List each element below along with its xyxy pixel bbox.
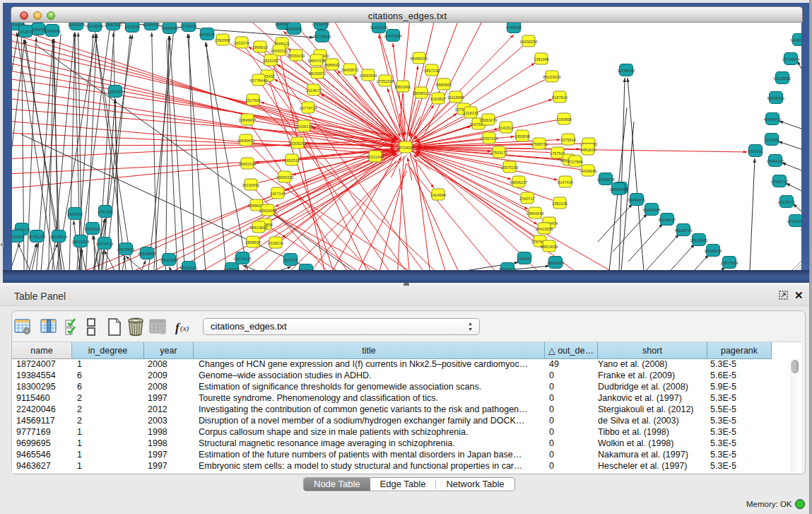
svg-text:25367415: 25367415 xyxy=(481,136,498,141)
svg-text:1575816: 1575816 xyxy=(560,138,576,142)
svg-text:1914672: 1914672 xyxy=(306,88,322,93)
svg-text:15975156: 15975156 xyxy=(501,165,519,170)
svg-text:1652510: 1652510 xyxy=(284,158,300,163)
svg-text:19405872: 19405872 xyxy=(341,68,359,72)
svg-text:22667923: 22667923 xyxy=(105,23,122,27)
svg-text:17352328: 17352328 xyxy=(377,79,394,83)
svg-text:19470969: 19470969 xyxy=(117,247,135,252)
svg-text:17460717: 17460717 xyxy=(771,180,789,184)
svg-text:19781233: 19781233 xyxy=(28,235,46,239)
svg-text:12211444: 12211444 xyxy=(367,155,384,159)
svg-text:1913735: 1913735 xyxy=(283,258,298,262)
svg-text:19669557: 19669557 xyxy=(143,23,160,27)
svg-text:12472834: 12472834 xyxy=(384,34,402,38)
svg-text:1381986: 1381986 xyxy=(534,57,549,62)
svg-text:34614663: 34614663 xyxy=(250,226,268,230)
svg-text:19864248: 19864248 xyxy=(526,211,544,216)
svg-text:19292250: 19292250 xyxy=(520,40,538,44)
svg-text:55485395: 55485395 xyxy=(411,57,428,61)
svg-text:28190971: 28190971 xyxy=(309,71,326,76)
svg-text:(x): (x) xyxy=(180,324,189,333)
svg-text:22849997: 22849997 xyxy=(239,118,257,122)
svg-text:27192056: 27192056 xyxy=(312,23,330,26)
svg-text:1382105: 1382105 xyxy=(552,201,567,206)
svg-text:19118960: 19118960 xyxy=(447,95,464,100)
svg-text:8481829: 8481829 xyxy=(580,148,596,152)
svg-text:94847435: 94847435 xyxy=(308,59,326,63)
svg-text:16860420: 16860420 xyxy=(499,267,517,271)
svg-text:8147434: 8147434 xyxy=(558,180,573,185)
svg-text:36150991: 36150991 xyxy=(242,183,260,187)
svg-text:16981260: 16981260 xyxy=(767,159,784,163)
svg-text:1337865: 1337865 xyxy=(764,138,779,142)
svg-text:18423955: 18423955 xyxy=(536,227,553,231)
svg-text:1797541: 1797541 xyxy=(550,151,565,156)
svg-text:19774714: 19774714 xyxy=(300,106,317,110)
svg-text:2390368: 2390368 xyxy=(215,38,230,42)
svg-text:19734534: 19734534 xyxy=(782,57,800,62)
svg-text:15698312: 15698312 xyxy=(413,91,430,95)
svg-text:2826381: 2826381 xyxy=(263,59,278,63)
svg-text:12789195: 12789195 xyxy=(618,69,635,73)
svg-text:16950931: 16950931 xyxy=(286,27,303,31)
svg-text:10974716: 10974716 xyxy=(96,242,114,246)
svg-text:64382988: 64382988 xyxy=(791,38,801,42)
svg-text:1122436: 1122436 xyxy=(12,235,25,239)
svg-text:10563594: 10563594 xyxy=(360,74,377,78)
svg-text:2169858: 2169858 xyxy=(556,117,572,122)
svg-text:15541060: 15541060 xyxy=(160,258,178,262)
svg-text:8141511: 8141511 xyxy=(498,126,513,130)
svg-text:71881649: 71881649 xyxy=(161,26,179,30)
svg-text:65239549: 65239549 xyxy=(86,24,104,28)
svg-text:45629703: 45629703 xyxy=(675,228,693,233)
svg-text:2801992: 2801992 xyxy=(395,85,411,89)
svg-text:1959598: 1959598 xyxy=(514,134,530,139)
svg-text:1632376: 1632376 xyxy=(234,41,249,45)
svg-text:31026139: 31026139 xyxy=(295,124,313,129)
svg-text:9193807: 9193807 xyxy=(430,97,446,101)
svg-text:1687513: 1687513 xyxy=(107,90,123,94)
svg-text:10640651: 10640651 xyxy=(237,139,255,143)
svg-text:16441824: 16441824 xyxy=(72,240,90,244)
svg-text:16966659: 16966659 xyxy=(610,187,628,192)
svg-text:15659190: 15659190 xyxy=(288,54,305,58)
svg-text:15682423: 15682423 xyxy=(547,261,565,265)
svg-text:72483341: 72483341 xyxy=(44,29,61,33)
svg-text:23817504: 23817504 xyxy=(721,261,739,265)
svg-text:24131984: 24131984 xyxy=(298,269,315,271)
svg-text:12945678: 12945678 xyxy=(597,177,615,182)
svg-text:2966286: 2966286 xyxy=(67,212,83,216)
svg-text:1868690: 1868690 xyxy=(245,240,261,245)
svg-text:19459279: 19459279 xyxy=(68,23,86,27)
svg-text:19515066: 19515066 xyxy=(690,238,708,243)
svg-text:1857230: 1857230 xyxy=(424,69,440,73)
svg-text:58813039: 58813039 xyxy=(541,245,558,249)
svg-text:10305253: 10305253 xyxy=(289,141,307,146)
svg-text:9680963: 9680963 xyxy=(436,83,452,87)
svg-text:69006237: 69006237 xyxy=(510,180,528,185)
svg-text:16630110: 16630110 xyxy=(271,49,288,53)
svg-text:15690326: 15690326 xyxy=(276,175,294,180)
svg-text:61025882: 61025882 xyxy=(774,76,792,81)
svg-text:17958761: 17958761 xyxy=(531,142,548,146)
svg-text:59240437: 59240437 xyxy=(659,218,676,222)
svg-text:19189044: 19189044 xyxy=(705,249,722,253)
svg-text:4749650: 4749650 xyxy=(506,25,522,30)
svg-text:89915866: 89915866 xyxy=(139,252,156,256)
svg-text:31432459: 31432459 xyxy=(370,25,388,30)
svg-text:12914225: 12914225 xyxy=(234,257,252,261)
svg-text:54778945: 54778945 xyxy=(314,35,331,39)
svg-text:1517602: 1517602 xyxy=(245,98,261,103)
svg-text:4757254: 4757254 xyxy=(98,210,113,214)
svg-text:17553171: 17553171 xyxy=(490,151,508,155)
svg-text:1896910: 1896910 xyxy=(252,45,268,49)
svg-text:17093192: 17093192 xyxy=(787,219,801,223)
svg-text:2653918: 2653918 xyxy=(124,25,140,29)
svg-text:65160468: 65160468 xyxy=(643,208,661,212)
svg-text:2639214: 2639214 xyxy=(268,241,283,245)
svg-text:8643578: 8643578 xyxy=(199,33,215,37)
svg-text:96494971: 96494971 xyxy=(628,198,646,202)
svg-text:86153029: 86153029 xyxy=(543,75,561,79)
svg-text:12624380: 12624380 xyxy=(259,209,277,213)
svg-text:63778440: 63778440 xyxy=(250,78,268,83)
